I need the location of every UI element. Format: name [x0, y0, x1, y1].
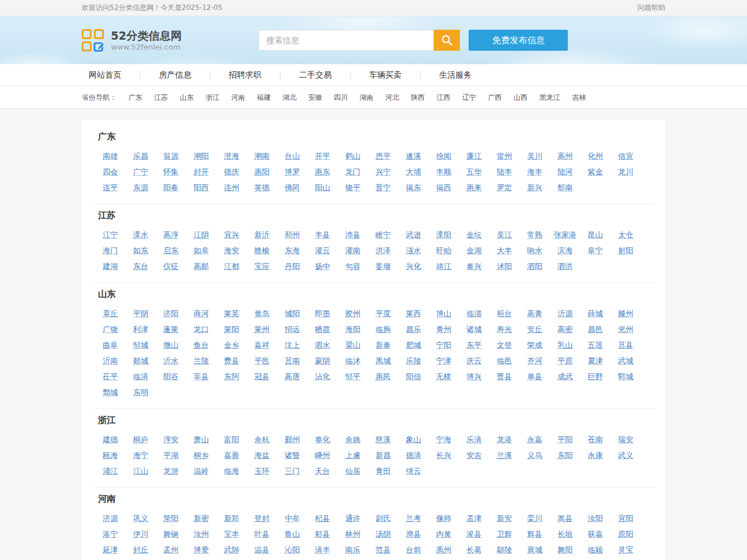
- city-link[interactable]: 乳山: [557, 340, 573, 351]
- city-link[interactable]: 获嘉: [588, 529, 603, 540]
- city-link[interactable]: 莱阳: [224, 324, 239, 335]
- city-link[interactable]: 邹城: [133, 340, 148, 351]
- city-link[interactable]: 利津: [133, 324, 148, 335]
- city-link[interactable]: 武进: [406, 230, 421, 240]
- city-link[interactable]: 东海: [285, 246, 300, 256]
- city-link[interactable]: 平度: [375, 309, 390, 319]
- city-link[interactable]: 肥城: [406, 340, 421, 351]
- city-link[interactable]: 台前: [406, 545, 421, 555]
- city-link[interactable]: 浚县: [466, 529, 481, 540]
- city-link[interactable]: 江都: [224, 261, 239, 272]
- city-link[interactable]: 莱芜: [224, 309, 239, 319]
- city-link[interactable]: 安吉: [466, 450, 481, 461]
- city-link[interactable]: 孟州: [163, 545, 179, 555]
- city-link[interactable]: 沾化: [315, 372, 330, 382]
- city-link[interactable]: 博山: [436, 309, 451, 319]
- city-link[interactable]: 沂源: [557, 309, 573, 319]
- city-link[interactable]: 昆山: [588, 230, 603, 240]
- city-link[interactable]: 海门: [103, 246, 118, 256]
- city-link[interactable]: 赣榆: [254, 246, 270, 256]
- city-link[interactable]: 寿光: [497, 324, 512, 335]
- city-link[interactable]: 兖州: [618, 324, 633, 335]
- city-link[interactable]: 东明: [133, 387, 148, 398]
- province-link[interactable]: 吉林: [572, 93, 586, 103]
- city-link[interactable]: 东阿: [224, 372, 239, 382]
- province-link[interactable]: 广西: [488, 93, 502, 103]
- city-link[interactable]: 嘉善: [224, 450, 239, 461]
- city-link[interactable]: 龙川: [618, 167, 633, 177]
- city-link[interactable]: 宁阳: [436, 340, 451, 351]
- city-link[interactable]: 扬中: [315, 261, 330, 272]
- city-link[interactable]: 荣成: [527, 340, 542, 351]
- city-link[interactable]: 温岭: [194, 466, 209, 477]
- city-link[interactable]: 诸城: [466, 324, 481, 335]
- city-link[interactable]: 武城: [618, 356, 633, 366]
- city-link[interactable]: 郯城: [133, 356, 148, 366]
- city-link[interactable]: 罗定: [497, 183, 512, 193]
- nav-item-5[interactable]: 车辆买卖: [369, 70, 402, 80]
- city-link[interactable]: 偃师: [436, 513, 451, 524]
- city-link[interactable]: 黄岛: [254, 309, 270, 319]
- city-link[interactable]: 高邮: [194, 261, 209, 272]
- city-link[interactable]: 栾川: [527, 513, 542, 524]
- city-link[interactable]: 大埔: [406, 167, 421, 177]
- city-link[interactable]: 余姚: [345, 435, 361, 445]
- city-link[interactable]: 鄞州: [285, 435, 300, 445]
- city-link[interactable]: 怀集: [163, 167, 179, 177]
- city-link[interactable]: 滑县: [406, 529, 421, 540]
- city-link[interactable]: 响水: [527, 246, 542, 256]
- city-link[interactable]: 滕州: [618, 309, 633, 319]
- publish-button[interactable]: 免费发布信息: [469, 30, 568, 51]
- city-link[interactable]: 临淄: [466, 309, 481, 319]
- city-link[interactable]: 阳山: [315, 183, 330, 193]
- city-link[interactable]: 汶上: [285, 340, 300, 351]
- city-link[interactable]: 高唐: [285, 372, 300, 382]
- city-link[interactable]: 惠阳: [254, 167, 270, 177]
- city-link[interactable]: 邹平: [345, 372, 361, 382]
- city-link[interactable]: 平阳: [557, 435, 573, 445]
- city-link[interactable]: 鲁山: [285, 529, 300, 540]
- city-link[interactable]: 卫辉: [497, 529, 512, 540]
- city-link[interactable]: 如东: [133, 246, 148, 256]
- city-link[interactable]: 萧山: [194, 435, 209, 445]
- city-link[interactable]: 栖霞: [315, 324, 330, 335]
- city-link[interactable]: 东台: [133, 261, 148, 272]
- city-link[interactable]: 连平: [103, 183, 118, 193]
- city-link[interactable]: 章丘: [103, 309, 118, 319]
- city-link[interactable]: 乐清: [466, 435, 481, 445]
- city-link[interactable]: 蒙阴: [315, 356, 330, 366]
- city-link[interactable]: 高密: [557, 324, 573, 335]
- city-link[interactable]: 丰县: [315, 230, 330, 240]
- city-link[interactable]: 内黄: [436, 529, 451, 540]
- city-link[interactable]: 莒南: [285, 356, 300, 366]
- city-link[interactable]: 开平: [315, 151, 330, 162]
- city-link[interactable]: 襄城: [527, 545, 542, 555]
- city-link[interactable]: 龙港: [497, 435, 512, 445]
- city-link[interactable]: 灵宝: [618, 545, 633, 555]
- city-link[interactable]: 沛县: [345, 230, 361, 240]
- city-link[interactable]: 诸暨: [285, 450, 300, 461]
- city-link[interactable]: 金湖: [466, 246, 481, 256]
- city-link[interactable]: 青州: [436, 324, 451, 335]
- city-link[interactable]: 蓬莱: [163, 324, 179, 335]
- city-link[interactable]: 博罗: [285, 167, 300, 177]
- city-link[interactable]: 广宁: [133, 167, 148, 177]
- help-link[interactable]: 问题帮助: [637, 3, 665, 13]
- city-link[interactable]: 靖江: [436, 261, 451, 272]
- city-link[interactable]: 阳春: [163, 183, 179, 193]
- city-link[interactable]: 通许: [345, 513, 361, 524]
- city-link[interactable]: 齐河: [527, 356, 542, 366]
- city-link[interactable]: 郁南: [557, 183, 573, 193]
- province-link[interactable]: 江苏: [154, 93, 168, 103]
- city-link[interactable]: 南乐: [345, 545, 361, 555]
- city-link[interactable]: 临海: [224, 466, 239, 477]
- city-link[interactable]: 平阴: [133, 309, 148, 319]
- city-link[interactable]: 兴化: [406, 261, 421, 272]
- city-link[interactable]: 海丰: [527, 167, 542, 177]
- city-link[interactable]: 缙云: [406, 466, 421, 477]
- city-link[interactable]: 鄢陵: [497, 545, 512, 555]
- city-link[interactable]: 金乡: [224, 340, 239, 351]
- city-link[interactable]: 无棣: [436, 372, 451, 382]
- city-link[interactable]: 临邑: [497, 356, 512, 366]
- city-link[interactable]: 普宁: [375, 183, 390, 193]
